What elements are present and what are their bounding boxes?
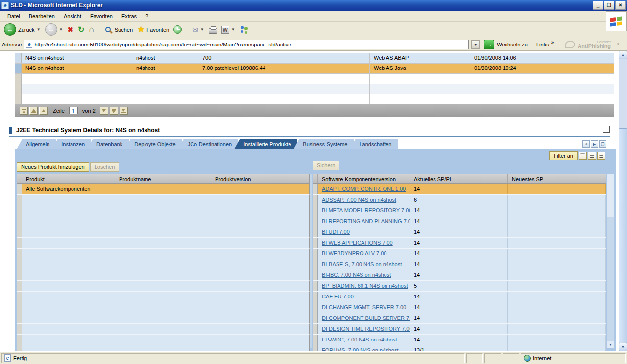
go-button[interactable]: → Wechseln zu [482, 40, 530, 49]
row-selector-cell[interactable] [17, 292, 22, 302]
component-link[interactable]: EP-WDC, 7.00 N4S on n4shost [322, 337, 397, 342]
word-dropdown-icon[interactable]: ▼ [231, 27, 235, 32]
row-selector-cell[interactable] [313, 249, 318, 259]
table-row[interactable]: N4S on n4shostn4shost7.00 patchlevel 109… [15, 64, 614, 74]
tab-jco-destinationen[interactable]: JCo-Destinationen [178, 139, 239, 149]
component-link[interactable]: CAF EU 7.00 [322, 294, 354, 299]
row-selector-cell[interactable] [15, 94, 22, 104]
component-link[interactable]: BI-IBC, 7.00 N4S on n4shost [322, 272, 391, 278]
table-row[interactable] [15, 74, 614, 84]
table-row[interactable]: CAF EU 7.0014 [313, 292, 606, 302]
print-button[interactable] [207, 25, 218, 35]
table-row[interactable] [17, 205, 310, 216]
row-selector-cell[interactable] [15, 74, 22, 84]
table-row[interactable] [17, 324, 310, 335]
products-table-scrollbar[interactable] [310, 174, 312, 348]
pager-last-button[interactable] [120, 107, 128, 115]
component-link[interactable]: BI UDI 7.00 [322, 229, 350, 235]
component-link[interactable]: DI CHANGE MGMT. SERVER 7.00 [322, 304, 406, 310]
pager-page-up-button[interactable] [29, 107, 38, 115]
row-selector-cell[interactable] [313, 238, 318, 248]
components-table-scrollbar[interactable]: ▼ [607, 174, 614, 348]
table-row[interactable] [17, 313, 310, 324]
component-link[interactable]: FORUMS, 7.00 N4S on n4shost [322, 347, 399, 351]
table-row[interactable] [17, 292, 310, 302]
tab-installierte-produkte[interactable]: Installierte Produkte [234, 139, 297, 149]
row-selector-cell[interactable] [313, 270, 318, 280]
back-dropdown-icon[interactable]: ▼ [37, 27, 41, 32]
component-link[interactable]: BI META MODEL REPOSITORY 7.00 [322, 207, 410, 213]
component-link[interactable]: ADAPT. COMP. CONTR. ONL 1.00 [322, 186, 406, 192]
row-selector-cell[interactable] [17, 205, 22, 216]
tab-instanzen[interactable]: Instanzen [52, 139, 91, 149]
tab-datenbank[interactable]: Datenbank [87, 139, 129, 149]
table-row[interactable] [17, 345, 310, 351]
table-row[interactable]: EP-WDC, 7.00 N4S on n4shost14 [313, 335, 606, 345]
search-button[interactable]: Suchen [103, 25, 134, 34]
mail-button[interactable]: ✉ ▼ [191, 25, 206, 34]
row-selector-cell[interactable] [313, 281, 318, 291]
row-selector-cell[interactable] [17, 238, 22, 248]
table-row[interactable]: BI UDI 7.0014 [313, 227, 606, 238]
row-selector-cell[interactable] [313, 195, 318, 205]
component-link[interactable]: BI-BASE-S, 7.00 N4S on n4shost [322, 261, 402, 267]
row-selector-cell[interactable] [313, 335, 318, 345]
component-link[interactable]: BI REPORTING AND PLANNING 7.00 [322, 218, 410, 224]
table-row[interactable]: BI-BASE-S, 7.00 N4S on n4shost14 [313, 259, 606, 270]
component-link[interactable]: DI DESIGN TIME REPOSITORY 7.00 [322, 326, 410, 332]
pager-up-button[interactable] [39, 107, 48, 115]
row-selector-cell[interactable] [17, 184, 22, 194]
row-selector-cell[interactable] [17, 249, 22, 259]
table-row[interactable]: FORUMS, 7.00 N4S on n4shost13/1 [313, 345, 606, 351]
menu-item[interactable]: Datei [3, 12, 24, 21]
tab-deployte-objekte[interactable]: Deployte Objekte [125, 139, 182, 149]
home-button[interactable]: ⌂ [87, 24, 95, 35]
row-selector-cell[interactable] [313, 313, 318, 323]
back-button[interactable]: ← Zurück ▼ [2, 23, 42, 37]
table-row[interactable]: BI WEBDYNPRO ALV 7.0014 [313, 249, 606, 259]
table-row[interactable]: DI CHANGE MGMT. SERVER 7.0014 [313, 302, 606, 313]
table-row[interactable] [17, 335, 310, 345]
component-link[interactable]: ADSSAP, 7.00 N4S on n4shost [322, 197, 396, 203]
row-selector-cell[interactable] [17, 335, 22, 345]
tab-scroll-right-button[interactable]: ► [591, 140, 598, 148]
pager-down-button[interactable] [100, 107, 108, 115]
row-selector-cell[interactable] [17, 195, 22, 205]
table-row[interactable]: BI-IBC, 7.00 N4S on n4shost14 [313, 270, 606, 281]
view-compact-icon[interactable]: ▔ [579, 152, 587, 160]
tab-business-systeme[interactable]: Business-Systeme [293, 139, 354, 149]
table-row[interactable] [17, 259, 310, 270]
address-url[interactable]: http://n4shost.site.com:50100/webdynpro/… [34, 42, 468, 47]
pager-first-button[interactable] [20, 107, 28, 115]
table-row[interactable]: DI DESIGN TIME REPOSITORY 7.0014 [313, 324, 606, 335]
table-row[interactable] [17, 195, 310, 205]
component-link[interactable]: DI COMPONENT BUILD SERVER 7.00 [322, 315, 410, 321]
component-link[interactable]: BP_BIADMIN, 60.1 N4S on n4shost [322, 283, 408, 289]
row-selector-cell[interactable] [17, 302, 22, 313]
section-minimize-button[interactable]: — [603, 126, 610, 133]
mail-dropdown-icon[interactable]: ▼ [200, 27, 204, 32]
row-selector-cell[interactable] [17, 345, 22, 351]
menu-item[interactable]: Bearbeiten [24, 12, 59, 21]
table-row[interactable] [17, 281, 310, 292]
row-selector-cell[interactable] [17, 216, 22, 227]
close-button[interactable]: ✕ [615, 1, 626, 10]
table-row[interactable] [15, 84, 614, 94]
view-full-icon[interactable]: ☰ [597, 152, 605, 160]
table-row[interactable]: ADSSAP, 7.00 N4S on n4shost6 [313, 195, 606, 205]
links-button[interactable]: Links » [532, 39, 557, 50]
table-row[interactable] [17, 238, 310, 249]
view-medium-icon[interactable]: ☰ [588, 152, 596, 160]
antiphishing-button[interactable]: Defender AntiPhishing ▼ [560, 39, 625, 50]
menu-item[interactable]: ? [141, 12, 153, 21]
table-row[interactable] [15, 94, 614, 105]
browser-vertical-scrollbar[interactable]: ▲ ▼ [619, 51, 627, 351]
table-row[interactable]: BI META MODEL REPOSITORY 7.0014 [313, 205, 606, 216]
pager-page-down-button[interactable] [110, 107, 118, 115]
row-selector-cell[interactable] [313, 184, 318, 194]
row-selector-cell[interactable] [313, 302, 318, 313]
table-row[interactable]: DI COMPONENT BUILD SERVER 7.0014 [313, 313, 606, 324]
row-selector-cell[interactable] [17, 281, 22, 291]
table-row[interactable]: BI WEB APPLICATIONS 7.0014 [313, 238, 606, 249]
row-selector-cell[interactable] [17, 227, 22, 237]
